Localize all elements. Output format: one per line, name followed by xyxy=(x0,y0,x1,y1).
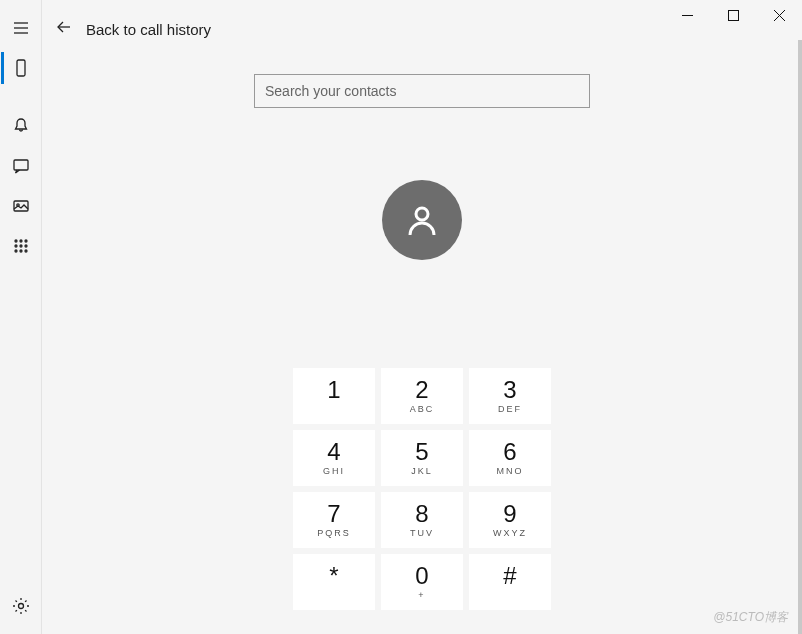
dialpad-key-8[interactable]: 8TUV xyxy=(381,492,463,548)
back-arrow-icon xyxy=(56,19,72,39)
svg-point-20 xyxy=(18,604,23,609)
svg-point-19 xyxy=(25,250,27,252)
key-letters: ABC xyxy=(410,404,435,414)
svg-point-12 xyxy=(20,240,22,242)
svg-rect-8 xyxy=(14,160,28,170)
svg-point-18 xyxy=(20,250,22,252)
key-digit: 0 xyxy=(415,564,428,588)
svg-point-15 xyxy=(20,245,22,247)
key-letters: WXYZ xyxy=(493,528,527,538)
svg-point-14 xyxy=(15,245,17,247)
dialpad-key-5[interactable]: 5JKL xyxy=(381,430,463,486)
key-digit: * xyxy=(329,564,338,588)
key-digit: 3 xyxy=(503,378,516,402)
dialpad-key-9[interactable]: 9WXYZ xyxy=(469,492,551,548)
key-letters: JKL xyxy=(411,466,433,476)
key-letters: TUV xyxy=(410,528,434,538)
dialpad-key-0[interactable]: 0+ xyxy=(381,554,463,610)
key-letters: + xyxy=(418,590,425,600)
dialpad-key-6[interactable]: 6MNO xyxy=(469,430,551,486)
key-digit: # xyxy=(503,564,516,588)
svg-rect-7 xyxy=(17,60,25,76)
watermark: @51CTO博客 xyxy=(713,609,788,626)
contact-avatar-placeholder xyxy=(382,180,462,260)
sidebar-item-notifications[interactable] xyxy=(1,106,41,146)
dialpad-key-7[interactable]: 7PQRS xyxy=(293,492,375,548)
key-digit: 4 xyxy=(327,440,340,464)
key-digit: 8 xyxy=(415,502,428,526)
dialpad-key-4[interactable]: 4GHI xyxy=(293,430,375,486)
dialpad: 12ABC3DEF4GHI5JKL6MNO7PQRS8TUV9WXYZ*0+# xyxy=(293,368,551,610)
dialpad-key-#[interactable]: # xyxy=(469,554,551,610)
key-digit: 6 xyxy=(503,440,516,464)
back-label: Back to call history xyxy=(86,21,211,38)
dialpad-key-1[interactable]: 1 xyxy=(293,368,375,424)
sidebar-item-photos[interactable] xyxy=(1,186,41,226)
sidebar xyxy=(0,0,42,634)
key-digit: 1 xyxy=(327,378,340,402)
sidebar-item-dialpad[interactable] xyxy=(1,226,41,266)
key-letters: GHI xyxy=(323,466,345,476)
dialpad-key-*[interactable]: * xyxy=(293,554,375,610)
key-digit: 9 xyxy=(503,502,516,526)
dialpad-key-3[interactable]: 3DEF xyxy=(469,368,551,424)
svg-point-16 xyxy=(25,245,27,247)
sidebar-item-phone[interactable] xyxy=(1,48,41,88)
key-letters: MNO xyxy=(497,466,524,476)
search-input[interactable] xyxy=(254,74,590,108)
settings-icon[interactable] xyxy=(1,586,41,626)
key-digit: 7 xyxy=(327,502,340,526)
key-digit: 5 xyxy=(415,440,428,464)
svg-point-22 xyxy=(416,208,428,220)
sidebar-item-messages[interactable] xyxy=(1,146,41,186)
svg-point-11 xyxy=(15,240,17,242)
key-digit: 2 xyxy=(415,378,428,402)
key-letters: PQRS xyxy=(317,528,351,538)
content-area: Back to call history 12ABC3DEF4GHI5JKL6M… xyxy=(42,0,802,634)
hamburger-icon[interactable] xyxy=(1,8,41,48)
svg-point-13 xyxy=(25,240,27,242)
svg-point-17 xyxy=(15,250,17,252)
key-letters: DEF xyxy=(498,404,522,414)
scrollbar[interactable] xyxy=(798,40,802,634)
back-to-history[interactable]: Back to call history xyxy=(42,0,802,44)
dialpad-key-2[interactable]: 2ABC xyxy=(381,368,463,424)
